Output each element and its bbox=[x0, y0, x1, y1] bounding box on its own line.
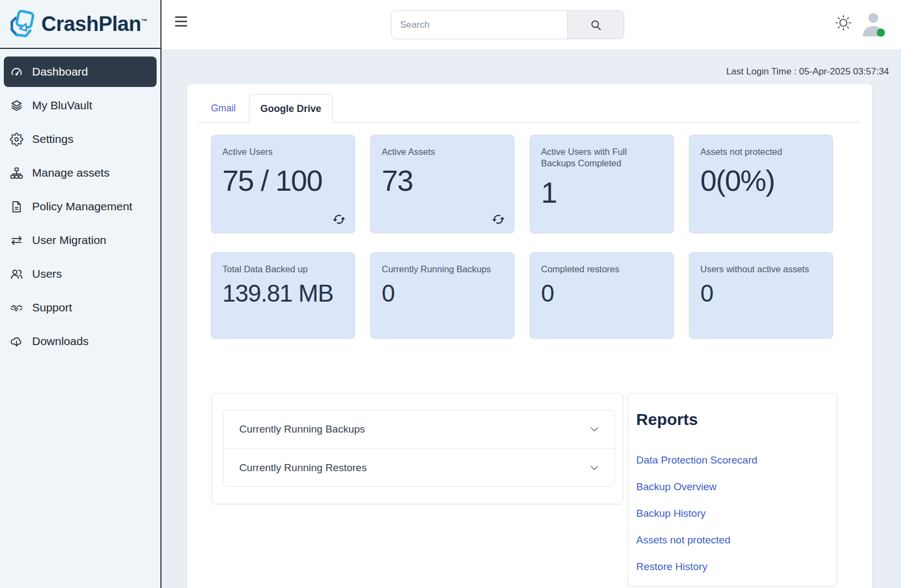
stat-card-users-full-backups: Active Users with Full Backups Completed… bbox=[530, 135, 674, 233]
report-link-restore-history[interactable]: Restore History bbox=[636, 561, 707, 572]
sidebar-item-user-migration[interactable]: User Migration bbox=[4, 225, 157, 255]
sidebar: CrashPlan™ Dashboard My BluVault Setting… bbox=[0, 0, 161, 588]
sidebar-item-manage-assets[interactable]: Manage assets bbox=[4, 158, 157, 188]
tab-google-drive[interactable]: Google Drive bbox=[249, 94, 333, 123]
brand-name: CrashPlan™ bbox=[41, 12, 147, 36]
sidebar-item-settings[interactable]: Settings bbox=[4, 124, 157, 154]
transfer-arrows-icon bbox=[10, 234, 23, 247]
sun-icon bbox=[834, 14, 853, 32]
accordion-running-restores[interactable]: Currently Running Restores bbox=[223, 448, 614, 486]
reports-title: Reports bbox=[636, 410, 826, 429]
menu-icon[interactable] bbox=[175, 16, 188, 27]
sidebar-menu: Dashboard My BluVault Settings Manage as… bbox=[0, 49, 160, 356]
report-link-data-protection-scorecard[interactable]: Data Protection Scorecard bbox=[636, 454, 757, 466]
service-tabs: Gmail Google Drive bbox=[198, 94, 860, 123]
document-icon bbox=[10, 200, 23, 214]
status-dot bbox=[877, 29, 885, 37]
search-input[interactable] bbox=[392, 11, 567, 39]
sidebar-item-downloads[interactable]: Downloads bbox=[4, 326, 157, 356]
sidebar-item-users[interactable]: Users bbox=[4, 259, 157, 289]
accordion-group: Currently Running Backups Currently Runn… bbox=[223, 410, 615, 487]
refresh-icon[interactable] bbox=[332, 212, 346, 226]
accordion-running-backups[interactable]: Currently Running Backups bbox=[223, 410, 614, 448]
search-button[interactable] bbox=[567, 11, 624, 39]
chevron-down-icon bbox=[588, 462, 600, 474]
stat-card-active-assets: Active Assets 73 bbox=[370, 135, 514, 233]
stat-card-assets-not-protected: Assets not protected 0(0%) bbox=[689, 135, 833, 233]
stat-card-users-without-assets: Users without active assets 0 bbox=[689, 252, 833, 339]
sidebar-item-support[interactable]: Support bbox=[4, 292, 157, 323]
org-chart-icon bbox=[10, 166, 23, 180]
brand-logo[interactable]: CrashPlan™ bbox=[0, 0, 160, 49]
chevron-down-icon bbox=[588, 423, 600, 435]
sidebar-item-dashboard[interactable]: Dashboard bbox=[4, 57, 157, 87]
stats-row-2: Total Data Backed up 139.81 MB Currently… bbox=[211, 252, 872, 339]
users-icon bbox=[10, 267, 23, 281]
stats-row-1: Active Users 75 / 100 Active Assets 73 bbox=[211, 135, 872, 233]
topbar bbox=[161, 0, 901, 50]
sidebar-item-my-bluvault[interactable]: My BluVault bbox=[4, 90, 157, 121]
sidebar-item-policy-management[interactable]: Policy Management bbox=[4, 191, 157, 222]
report-link-backup-overview[interactable]: Backup Overview bbox=[636, 481, 717, 492]
stat-card-running-backups: Currently Running Backups 0 bbox=[370, 252, 514, 339]
avatar[interactable] bbox=[861, 10, 887, 37]
search-bar bbox=[391, 10, 624, 39]
theme-toggle-button[interactable] bbox=[834, 14, 853, 32]
last-login-time: Last Login Time : 05-Apr-2025 03:57:34 bbox=[726, 66, 889, 77]
report-links: Data Protection Scorecard Backup Overvie… bbox=[636, 454, 826, 573]
stat-card-completed-restores: Completed restores 0 bbox=[530, 252, 674, 339]
report-link-backup-history[interactable]: Backup History bbox=[636, 508, 706, 519]
gauge-icon bbox=[10, 65, 23, 79]
tab-gmail[interactable]: Gmail bbox=[198, 94, 249, 122]
cloud-download-icon bbox=[10, 335, 23, 348]
layers-icon bbox=[10, 99, 23, 112]
reports-panel: Reports Data Protection Scorecard Backup… bbox=[627, 393, 837, 586]
handshake-icon bbox=[10, 301, 23, 315]
report-link-assets-not-protected[interactable]: Assets not protected bbox=[636, 534, 730, 546]
stat-card-active-users: Active Users 75 / 100 bbox=[211, 135, 355, 233]
running-operations-panel: Currently Running Backups Currently Runn… bbox=[212, 393, 623, 504]
main-content: Last Login Time : 05-Apr-2025 03:57:34 G… bbox=[161, 50, 901, 588]
crashplan-logo-icon bbox=[9, 9, 36, 39]
gear-icon bbox=[10, 133, 23, 146]
stat-card-total-data: Total Data Backed up 139.81 MB bbox=[211, 252, 355, 339]
dashboard-panel: Gmail Google Drive Active Users 75 / 100… bbox=[187, 83, 873, 588]
search-icon bbox=[589, 18, 602, 32]
refresh-icon[interactable] bbox=[492, 212, 505, 226]
